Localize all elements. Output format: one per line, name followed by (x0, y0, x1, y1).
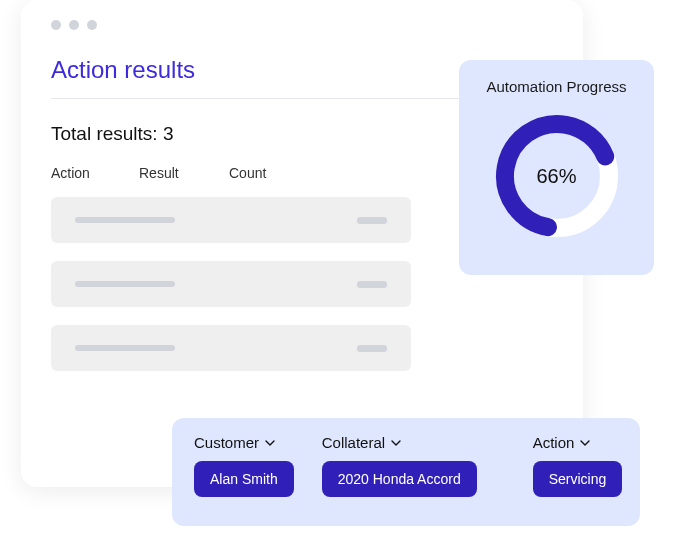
progress-title: Automation Progress (473, 78, 640, 95)
chevron-down-icon (265, 438, 275, 448)
window-controls (51, 20, 553, 30)
table-row (51, 325, 411, 371)
customer-dropdown[interactable]: Customer (194, 434, 275, 451)
collateral-chip[interactable]: 2020 Honda Accord (322, 461, 477, 497)
skeleton-placeholder (357, 281, 387, 288)
progress-percent: 66% (492, 111, 622, 241)
customer-chip[interactable]: Alan Smith (194, 461, 294, 497)
chevron-down-icon (391, 438, 401, 448)
skeleton-placeholder (357, 217, 387, 224)
window-dot (87, 20, 97, 30)
collateral-dropdown[interactable]: Collateral (322, 434, 401, 451)
table-row (51, 197, 411, 243)
automation-progress-card: Automation Progress 66% (459, 60, 654, 275)
window-dot (51, 20, 61, 30)
filter-label-text: Action (533, 434, 575, 451)
action-chip[interactable]: Servicing (533, 461, 623, 497)
filter-group-customer: Customer Alan Smith (194, 434, 294, 497)
column-header-result: Result (139, 165, 229, 181)
skeleton-placeholder (75, 281, 175, 287)
filter-label-text: Customer (194, 434, 259, 451)
filter-group-collateral: Collateral 2020 Honda Accord (322, 434, 477, 497)
filter-label-text: Collateral (322, 434, 385, 451)
filter-bar: Customer Alan Smith Collateral 2020 Hond… (172, 418, 640, 526)
skeleton-placeholder (75, 217, 175, 223)
table-row (51, 261, 411, 307)
chevron-down-icon (580, 438, 590, 448)
skeleton-placeholder (75, 345, 175, 351)
skeleton-placeholder (357, 345, 387, 352)
action-dropdown[interactable]: Action (533, 434, 591, 451)
progress-donut: 66% (492, 111, 622, 241)
window-dot (69, 20, 79, 30)
column-header-count: Count (229, 165, 266, 181)
column-header-action: Action (51, 165, 139, 181)
filter-group-action: Action Servicing (533, 434, 623, 497)
